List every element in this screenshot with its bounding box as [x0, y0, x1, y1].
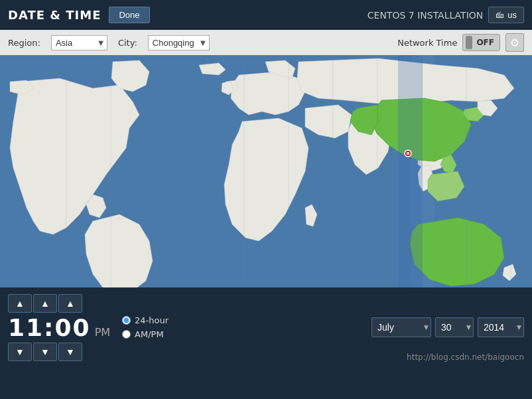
format-ampm-radio[interactable]	[122, 330, 131, 339]
time-controls: ▲ ▲ ▲ 11:00 PM ▼	[8, 294, 110, 361]
month-select[interactable]: January February March April May June Ju…	[371, 317, 431, 337]
year-select-wrapper: 2012 2013 2014 2015 2016	[478, 317, 524, 337]
down-arrow-icon-2: ▼	[40, 347, 50, 357]
minutes-up-button[interactable]: ▲	[33, 294, 57, 313]
header-right: CENTOS 7 INSTALLATION 🖮 us	[367, 7, 524, 23]
time-separator: :	[44, 314, 54, 341]
network-time-section: Network Time OFF ⚙	[397, 33, 524, 52]
up-arrow-icon-2: ▲	[40, 298, 50, 309]
header-left: DATE & TIME Done	[8, 7, 150, 23]
keyboard-layout-label: us	[507, 10, 517, 20]
city-select[interactable]: Chongqing Shanghai Beijing	[148, 35, 210, 50]
day-select[interactable]: 28 29 30 31	[435, 317, 474, 337]
time-format-section: 24-hour AM/PM	[122, 315, 168, 339]
down-arrow-row: ▼ ▼ ▼	[8, 343, 82, 361]
gear-button[interactable]: ⚙	[505, 33, 524, 52]
format-24h-text: 24-hour	[135, 315, 168, 325]
city-label: City:	[118, 38, 137, 48]
format-ampm-label[interactable]: AM/PM	[122, 329, 168, 339]
keyboard-icon: 🖮	[496, 10, 504, 20]
month-select-wrapper: January February March April May June Ju…	[371, 317, 431, 337]
bottom-wrapper: ▲ ▲ ▲ 11:00 PM ▼	[0, 287, 532, 367]
hours-up-button[interactable]: ▲	[8, 294, 32, 313]
keyboard-button[interactable]: 🖮 us	[488, 7, 524, 23]
up-arrow-row: ▲ ▲ ▲	[8, 294, 82, 313]
network-time-toggle[interactable]: OFF	[462, 34, 500, 51]
page-title: DATE & TIME	[8, 8, 101, 22]
footer-url: http://blog.csdn.net/baigoocn	[407, 353, 524, 362]
done-button[interactable]: Done	[109, 7, 149, 23]
map-svg	[0, 55, 532, 287]
svg-point-16	[407, 152, 409, 155]
toggle-state-label: OFF	[474, 38, 497, 47]
format-24h-radio[interactable]	[122, 316, 131, 325]
network-time-label: Network Time	[397, 38, 457, 48]
header: DATE & TIME Done CENTOS 7 INSTALLATION 🖮…	[0, 0, 532, 30]
centos-label: CENTOS 7 INSTALLATION	[367, 10, 483, 21]
city-select-wrapper: Chongqing Shanghai Beijing	[148, 35, 210, 50]
minutes-down-button[interactable]: ▼	[33, 343, 57, 361]
up-arrow-icon: ▲	[15, 298, 25, 309]
toggle-track: OFF	[463, 35, 499, 50]
year-select[interactable]: 2012 2013 2014 2015 2016	[478, 317, 524, 337]
gear-icon: ⚙	[510, 37, 519, 49]
time-display: 11:00	[8, 314, 91, 341]
up-arrow-icon-3: ▲	[66, 298, 75, 309]
down-arrow-icon-3: ▼	[66, 347, 75, 357]
date-controls: January February March April May June Ju…	[371, 317, 524, 337]
seconds-down-button[interactable]: ▼	[58, 343, 82, 361]
day-select-wrapper: 28 29 30 31	[435, 317, 474, 337]
toggle-handle	[466, 36, 472, 49]
region-select-wrapper: Asia Africa Americas	[51, 35, 107, 50]
hours-down-button[interactable]: ▼	[8, 343, 32, 361]
format-ampm-text: AM/PM	[135, 329, 164, 339]
toolbar: Region: Asia Africa Americas City: Chong…	[0, 30, 532, 55]
ampm-display: PM	[95, 326, 110, 341]
time-display-row: 11:00 PM	[8, 314, 110, 341]
seconds-up-button[interactable]: ▲	[58, 294, 82, 313]
svg-rect-14	[398, 55, 423, 287]
down-arrow-icon: ▼	[15, 347, 25, 357]
region-select[interactable]: Asia Africa Americas	[51, 35, 107, 50]
format-24h-label[interactable]: 24-hour	[122, 315, 168, 325]
region-label: Region:	[8, 38, 40, 48]
world-map[interactable]	[0, 55, 532, 287]
minutes-display: 00	[55, 314, 91, 341]
hours-display: 11	[8, 314, 44, 341]
